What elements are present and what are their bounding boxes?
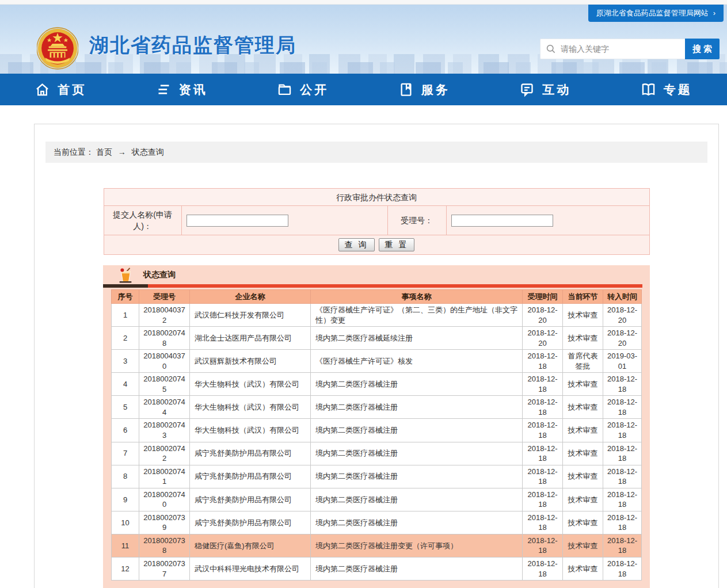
table-row[interactable]: 820180020741咸宁兆舒美防护用品有限公司境内第二类医疗器械注册2018… — [112, 465, 642, 488]
news-lines-icon — [156, 82, 172, 97]
table-cell-transfer_time: 2018-12-18 — [603, 558, 642, 581]
status-table-header-row: 序号受理号企业名称事项名称受理时间当前环节转入时间 — [112, 290, 642, 304]
table-row[interactable]: 720180020742咸宁兆舒美防护用品有限公司境内第二类医疗器械注册2018… — [112, 442, 642, 465]
table-cell-transfer_time: 2018-12-18 — [603, 442, 642, 465]
table-cell-accept_time: 2018-12-18 — [523, 465, 563, 488]
table-cell-company: 武汉德仁科技开发有限公司 — [190, 304, 311, 327]
table-cell-accept_time: 2018-12-18 — [523, 442, 563, 465]
table-cell-transfer_time: 2018-12-18 — [603, 534, 642, 557]
nav-item-home[interactable]: 首页 — [0, 74, 121, 105]
nav-item-disclosure[interactable]: 公开 — [242, 74, 364, 105]
nav-item-services[interactable]: 服务 — [364, 74, 485, 105]
search-icon — [545, 43, 557, 55]
table-cell-item: 境内第二类医疗器械注册变更（许可事项） — [311, 534, 523, 557]
table-row[interactable]: 1020180020739咸宁兆舒美防护用品有限公司境内第二类医疗器械注册201… — [112, 511, 642, 534]
top-strip — [0, 0, 727, 5]
table-cell-accept_no: 20180020742 — [139, 442, 190, 465]
table-cell-company: 武汉中科科理光电技术有限公司 — [190, 558, 311, 581]
breadcrumb-home-link[interactable]: 首页 — [96, 147, 112, 156]
table-cell-company: 咸宁兆舒美防护用品有限公司 — [190, 442, 311, 465]
query-form-buttons: 查 询 重 置 — [104, 235, 649, 254]
table-cell-stage: 技术审查 — [563, 304, 603, 327]
book-bookmark-icon — [398, 82, 414, 97]
table-cell-company: 湖北金士达医用产品有限公司 — [190, 327, 311, 350]
table-cell-accept_time: 2018-12-18 — [523, 558, 563, 581]
chevron-right-icon: › — [713, 9, 715, 17]
content-panel: 当前位置： 首页 → 状态查询 行政审批办件状态查询 提交人名称(申请人)： 受… — [34, 124, 719, 588]
applicant-label: 提交人名称(申请人)： — [104, 206, 182, 235]
table-row[interactable]: 120180040372武汉德仁科技开发有限公司《医疗器械生产许可证》（第二、三… — [112, 304, 642, 327]
table-cell-accept_time: 2018-12-18 — [523, 396, 563, 419]
table-cell-stage: 技术审查 — [563, 327, 603, 350]
table-row[interactable]: 920180020740咸宁兆舒美防护用品有限公司境内第二类医疗器械注册2018… — [112, 488, 642, 511]
nav-item-label: 公开 — [300, 82, 329, 98]
old-site-link-label: 原湖北省食品药品监督管理局网站 — [596, 9, 709, 17]
applicant-input-cell — [182, 206, 388, 235]
old-site-link[interactable]: 原湖北省食品药品监督管理局网站› — [588, 5, 724, 22]
national-emblem-logo — [37, 24, 78, 72]
table-cell-accept_no: 20180020741 — [139, 465, 190, 488]
table-cell-stage: 首席代表签批 — [563, 350, 603, 373]
table-cell-no: 4 — [112, 373, 139, 396]
table-cell-item: 境内第二类医疗器械注册 — [311, 396, 523, 419]
table-cell-no: 11 — [112, 534, 139, 557]
table-row[interactable]: 220180020748湖北金士达医用产品有限公司境内第二类医疗器械延续注册20… — [112, 327, 642, 350]
table-cell-company: 华大生物科技（武汉）有限公司 — [190, 373, 311, 396]
search-input[interactable] — [561, 44, 680, 54]
table-cell-accept_no: 20180040370 — [139, 350, 190, 373]
table-row[interactable]: 1220180020737武汉中科科理光电技术有限公司境内第二类医疗器械注册20… — [112, 558, 642, 581]
table-cell-stage: 技术审查 — [563, 373, 603, 396]
table-cell-item: 境内第二类医疗器械注册 — [311, 558, 523, 581]
table-row[interactable]: 520180020744华大生物科技（武汉）有限公司境内第二类医疗器械注册201… — [112, 396, 642, 419]
site-title[interactable]: 湖北省药品监督管理局 — [89, 32, 296, 59]
column-header: 当前环节 — [563, 290, 603, 304]
table-cell-no: 7 — [112, 442, 139, 465]
table-row[interactable]: 620180020743华大生物科技（武汉）有限公司境内第二类医疗器械注册201… — [112, 419, 642, 442]
table-cell-no: 10 — [112, 511, 139, 534]
reset-button[interactable]: 重 置 — [379, 238, 415, 251]
table-cell-item: 境内第二类医疗器械注册 — [311, 511, 523, 534]
table-cell-accept_time: 2018-12-18 — [523, 350, 563, 373]
table-cell-accept_time: 2018-12-18 — [523, 534, 563, 557]
table-cell-no: 3 — [112, 350, 139, 373]
table-cell-transfer_time: 2018-12-18 — [603, 396, 642, 419]
table-cell-accept_time: 2018-12-18 — [523, 511, 563, 534]
search-button[interactable]: 搜 索 — [685, 39, 720, 59]
table-row[interactable]: 420180020745华大生物科技（武汉）有限公司境内第二类医疗器械注册201… — [112, 373, 642, 396]
column-header: 受理号 — [139, 290, 190, 304]
applicant-input[interactable] — [186, 215, 288, 227]
table-cell-transfer_time: 2018-12-18 — [603, 373, 642, 396]
nav-item-news[interactable]: 资讯 — [121, 74, 243, 105]
table-cell-item: 境内第二类医疗器械延续注册 — [311, 327, 523, 350]
query-button[interactable]: 查 询 — [338, 238, 375, 251]
table-cell-item: 境内第二类医疗器械注册 — [311, 419, 523, 442]
table-cell-stage: 技术审查 — [563, 419, 603, 442]
table-cell-no: 1 — [112, 304, 139, 327]
table-cell-accept_time: 2018-12-18 — [523, 373, 563, 396]
table-cell-transfer_time: 2018-12-18 — [603, 465, 642, 488]
table-cell-accept_time: 2018-12-18 — [523, 488, 563, 511]
folder-icon — [277, 82, 292, 97]
status-table-body: 120180040372武汉德仁科技开发有限公司《医疗器械生产许可证》（第二、三… — [112, 304, 642, 581]
table-row[interactable]: 1120180020738稳健医疗(嘉鱼)有限公司境内第二类医疗器械注册变更（许… — [112, 534, 642, 557]
breadcrumb-current: 状态查询 — [132, 147, 164, 156]
table-cell-stage: 技术审查 — [563, 558, 603, 581]
breadcrumb: 当前位置： 首页 → 状态查询 — [45, 142, 707, 163]
nav-item-topics[interactable]: 专题 — [606, 74, 727, 105]
juice-glass-icon — [117, 266, 134, 284]
table-cell-item: 《医疗器械生产许可证》核发 — [311, 350, 523, 373]
table-cell-stage: 技术审查 — [563, 511, 603, 534]
table-cell-accept_no: 20180020739 — [139, 511, 190, 534]
table-cell-item: 《医疗器械生产许可证》（第二、三类）的生产地址（非文字性）变更 — [311, 304, 523, 327]
query-form-fields: 提交人名称(申请人)： 受理号： — [104, 206, 649, 235]
table-cell-stage: 技术审查 — [563, 488, 603, 511]
table-cell-accept_no: 20180020737 — [139, 558, 190, 581]
table-cell-accept_no: 20180040372 — [139, 304, 190, 327]
column-header: 受理时间 — [523, 290, 563, 304]
status-section-title: 状态查询 — [143, 270, 176, 280]
table-cell-no: 2 — [112, 327, 139, 350]
nav-item-interaction[interactable]: 互动 — [485, 74, 606, 105]
table-row[interactable]: 320180040370武汉丽辉新技术有限公司《医疗器械生产许可证》核发2018… — [112, 350, 642, 373]
nav-item-label: 专题 — [664, 82, 692, 98]
acceptance-no-input[interactable] — [451, 215, 553, 227]
